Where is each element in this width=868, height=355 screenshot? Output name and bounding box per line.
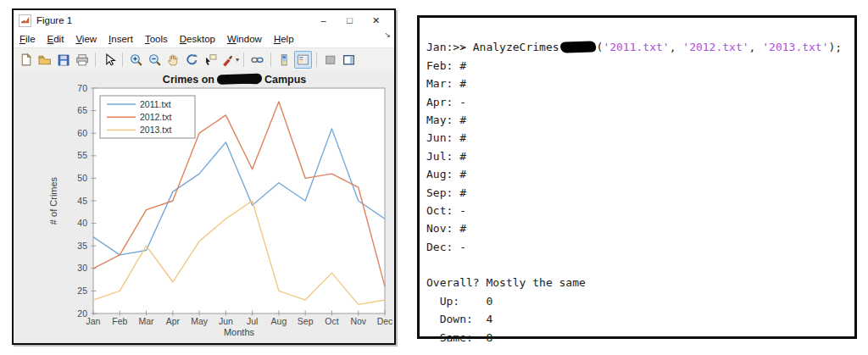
- data-cursor-icon[interactable]: [202, 51, 220, 69]
- command-string-arg: '2011.txt': [603, 41, 669, 53]
- figure-window: Figure 1 – □ ✕ FileEditViewInsertToolsDe…: [12, 8, 396, 345]
- toolbar-separator: [95, 53, 96, 67]
- y-tick-label: 70: [77, 83, 87, 93]
- console-line: [426, 256, 848, 274]
- titlebar[interactable]: Figure 1 – □ ✕: [14, 10, 394, 31]
- zoom-out-icon[interactable]: [146, 51, 164, 69]
- console-command-args: ('2011.txt', '2012.txt', '2013.txt');: [597, 41, 843, 53]
- y-tick-label: 35: [77, 241, 87, 251]
- console-line: May: #: [426, 111, 848, 129]
- console-line: Jun: #: [426, 129, 848, 147]
- console-line: Nov: #: [426, 219, 848, 237]
- console-output: Jan: -Feb: #Mar: #Apr: -May: #Jun: #Jul:…: [426, 38, 848, 347]
- legend-entry-label: 2013.txt: [140, 125, 171, 135]
- menu-view[interactable]: View: [75, 34, 97, 44]
- link-plot-icon[interactable]: [248, 51, 266, 69]
- x-tick-label: Sep: [298, 316, 314, 326]
- legend-entry-label: 2011.txt: [140, 99, 171, 109]
- x-tick-label: Feb: [112, 316, 127, 326]
- save-icon[interactable]: [54, 51, 72, 69]
- console-line: Apr: -: [426, 93, 848, 111]
- toolbar-separator: [270, 53, 271, 67]
- console-line: Up: 0: [426, 292, 848, 310]
- x-tick-label: Jan: [86, 316, 101, 326]
- toolbar-separator: [243, 53, 244, 67]
- arrow-cursor-icon[interactable]: [100, 51, 118, 69]
- brush-icon[interactable]: ▾: [220, 51, 239, 69]
- console-line: Same: 8: [426, 329, 848, 347]
- toolbar-separator: [316, 53, 317, 67]
- dock-figure-icon[interactable]: ↘: [384, 31, 391, 39]
- close-button[interactable]: ✕: [363, 11, 389, 30]
- pan-hand-icon[interactable]: [164, 51, 182, 69]
- x-tick-label: Jun: [219, 316, 233, 326]
- hide-plot-tools-icon[interactable]: [321, 51, 339, 69]
- rotate-3d-icon[interactable]: [183, 51, 201, 69]
- figure-chart: 2025303540455055606570JanFebMarAprMayJun…: [14, 70, 394, 343]
- y-tick-label: 50: [77, 173, 87, 183]
- show-plot-tools-icon[interactable]: [340, 51, 358, 69]
- x-tick-label: Apr: [166, 316, 181, 326]
- open-folder-icon[interactable]: [36, 51, 53, 69]
- maximize-button[interactable]: □: [337, 11, 363, 30]
- x-tick-label: May: [191, 316, 209, 326]
- colorbar-icon[interactable]: [275, 51, 293, 69]
- menu-bar: FileEditViewInsertToolsDesktopWindowHelp…: [14, 31, 394, 47]
- x-tick-label: Jul: [247, 316, 258, 326]
- y-tick-label: 30: [77, 263, 87, 273]
- dropdown-caret-icon[interactable]: ▾: [236, 56, 239, 64]
- menu-desktop[interactable]: Desktop: [180, 34, 215, 44]
- menu-insert[interactable]: Insert: [108, 34, 133, 44]
- x-tick-label: Aug: [271, 316, 287, 326]
- command-string-arg: '2013.txt': [762, 41, 828, 53]
- minimize-button[interactable]: –: [310, 11, 337, 30]
- zoom-in-icon[interactable]: [127, 51, 145, 69]
- command-code: ,: [670, 41, 683, 53]
- x-tick-label: Dec: [377, 316, 393, 326]
- menu-window[interactable]: Window: [227, 34, 262, 44]
- menu-help[interactable]: Help: [274, 34, 294, 44]
- command-code: );: [829, 41, 843, 53]
- y-tick-label: 45: [77, 196, 87, 206]
- menu-tools[interactable]: Tools: [145, 34, 168, 44]
- y-axis-label: # of Crimes: [48, 176, 58, 225]
- console-line: Feb: #: [426, 57, 848, 75]
- console-command-line: >> AnalyzeCrimes('2011.txt', '2012.txt',…: [426, 20, 848, 38]
- x-tick-label: Oct: [325, 316, 338, 326]
- legend-entry-label: 2012.txt: [140, 112, 171, 122]
- insert-legend-icon[interactable]: [294, 51, 312, 69]
- y-tick-label: 25: [77, 286, 87, 296]
- console-line: Down: 4: [426, 310, 848, 328]
- x-tick-label: Nov: [350, 316, 366, 326]
- toolbar-separator: [122, 53, 123, 67]
- console-line: Mar: #: [426, 75, 848, 92]
- print-icon[interactable]: [73, 51, 91, 69]
- menu-file[interactable]: File: [19, 34, 36, 44]
- command-code: ,: [749, 41, 763, 53]
- console-line: Aug: #: [426, 165, 848, 183]
- console-line: Overall? Mostly the same: [426, 274, 848, 291]
- figure-canvas: 2025303540455055606570JanFebMarAprMayJun…: [14, 70, 394, 343]
- chart-title-suffix: Campus: [264, 74, 306, 86]
- console-command-name: AnalyzeCrimes: [473, 41, 559, 53]
- y-tick-label: 60: [77, 128, 87, 138]
- console-line: Sep: #: [426, 184, 848, 202]
- y-tick-label: 65: [77, 105, 87, 115]
- console-line: Jul: #: [426, 147, 848, 165]
- new-file-icon[interactable]: [17, 51, 35, 69]
- y-tick-label: 55: [77, 150, 87, 160]
- console-line: Oct: -: [426, 202, 848, 219]
- legend[interactable]: 2011.txt2012.txt2013.txt: [100, 96, 195, 138]
- redaction-scribble: [559, 42, 595, 53]
- console-line: Dec: -: [426, 238, 848, 256]
- console-panel[interactable]: >> AnalyzeCrimes('2011.txt', '2012.txt',…: [417, 15, 857, 339]
- window-title: Figure 1: [36, 15, 72, 25]
- matlab-logo-icon: [19, 14, 31, 27]
- y-tick-label: 40: [77, 218, 87, 228]
- x-axis-label: Months: [224, 327, 255, 337]
- x-tick-label: Mar: [138, 316, 154, 326]
- menu-edit[interactable]: Edit: [47, 34, 64, 44]
- figure-toolbar: ▾: [14, 47, 394, 71]
- chart-title-prefix: Crimes on: [163, 74, 214, 86]
- command-string-arg: '2012.txt': [682, 41, 748, 53]
